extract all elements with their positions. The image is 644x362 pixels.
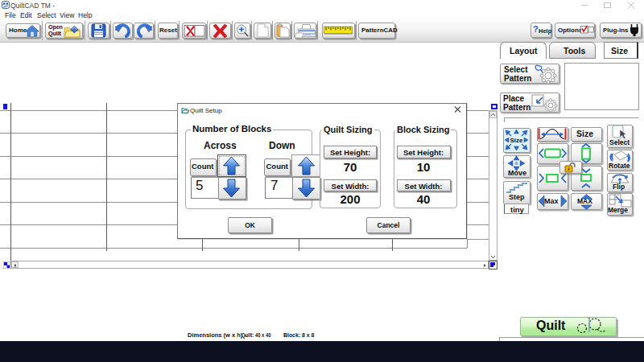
svg-text:Size: Size: [510, 137, 523, 144]
